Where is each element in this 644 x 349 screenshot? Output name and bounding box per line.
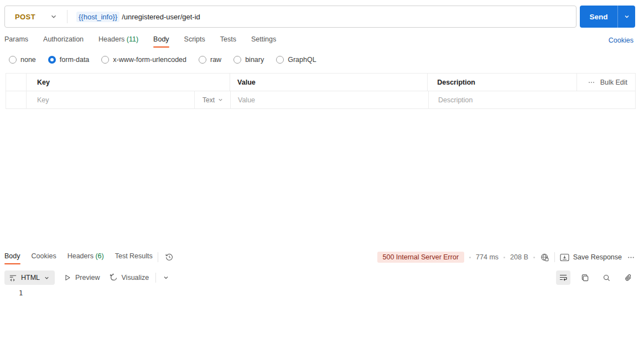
- radio-selected-icon: [48, 56, 56, 64]
- value-input-cell: Value: [230, 91, 428, 108]
- response-time[interactable]: 774 ms: [476, 253, 498, 261]
- radio-icon: [199, 56, 206, 64]
- visualize-button[interactable]: Visualize: [109, 273, 149, 282]
- header-value: Value: [230, 74, 427, 91]
- response-tabs: Body Cookies Headers (6) Test Results: [4, 252, 153, 264]
- response-history-group: [158, 252, 174, 262]
- radio-binary[interactable]: binary: [233, 56, 264, 64]
- table-header-row: Key Value Description Bulk Edit: [6, 74, 635, 91]
- copy-button[interactable]: [578, 270, 592, 285]
- toolbar-chevron-down-icon[interactable]: [163, 274, 169, 281]
- tab-tests[interactable]: Tests: [220, 35, 236, 48]
- response-toolbar: HTML Preview Visualize: [4, 270, 169, 285]
- divider: [67, 10, 67, 23]
- radio-icon: [276, 56, 284, 64]
- description-input-cell: Description: [428, 91, 635, 108]
- row-checkbox-cell[interactable]: [6, 91, 26, 108]
- search-icon: [603, 274, 611, 282]
- dot-separator: [503, 257, 505, 258]
- header-checkbox-cell: [6, 74, 26, 91]
- play-icon: [64, 274, 71, 282]
- response-editor-tools: [556, 270, 635, 285]
- table-row: Key Text Value Description: [6, 91, 635, 108]
- key-input[interactable]: Key: [37, 96, 49, 104]
- request-tabs: Params Authorization Headers (11) Body S…: [4, 35, 276, 48]
- bulk-edit-button[interactable]: Bulk Edit: [577, 74, 635, 91]
- globe-lock-icon[interactable]: [540, 253, 549, 262]
- tab-authorization[interactable]: Authorization: [43, 35, 84, 48]
- radio-none[interactable]: none: [9, 56, 36, 64]
- wrap-text-button[interactable]: [556, 270, 570, 285]
- link-button[interactable]: [621, 270, 635, 285]
- divider: [155, 273, 156, 283]
- response-size[interactable]: 208 B: [510, 253, 528, 261]
- wrap-text-icon: [559, 273, 568, 282]
- save-response-button[interactable]: Save Response: [560, 253, 622, 262]
- chevron-down-icon: [44, 275, 50, 281]
- response-headers-count-badge: (6): [95, 252, 103, 260]
- send-button-group: Send: [580, 6, 635, 28]
- divider: [554, 252, 555, 262]
- preview-button[interactable]: Preview: [64, 274, 100, 282]
- status-badge[interactable]: 500 Internal Server Error: [377, 252, 465, 263]
- header-description: Description: [427, 74, 577, 91]
- description-input[interactable]: Description: [438, 96, 473, 104]
- radio-icon: [233, 56, 241, 64]
- editor-line-number: 1: [19, 289, 23, 297]
- dot-separator: [533, 257, 535, 258]
- environment-variable-chip[interactable]: {{host_info}}: [76, 12, 120, 22]
- value-input[interactable]: Value: [238, 96, 255, 104]
- tab-settings[interactable]: Settings: [251, 35, 276, 48]
- tab-params[interactable]: Params: [4, 35, 28, 48]
- divider: [158, 252, 158, 262]
- copy-icon: [581, 274, 589, 282]
- response-tab-test-results[interactable]: Test Results: [115, 252, 153, 264]
- tab-headers[interactable]: Headers (11): [98, 35, 138, 48]
- form-data-table: Key Value Description Bulk Edit Key Text…: [6, 73, 636, 109]
- search-button[interactable]: [599, 270, 614, 285]
- visualize-wand-icon: [109, 273, 118, 282]
- response-meta: 500 Internal Server Error 774 ms 208 B S…: [377, 252, 636, 263]
- send-button[interactable]: Send: [580, 6, 618, 28]
- radio-graphql[interactable]: GraphQL: [276, 56, 316, 64]
- link-attachment-icon: [624, 274, 632, 282]
- more-dots-icon: [588, 79, 595, 86]
- tab-body[interactable]: Body: [153, 35, 169, 48]
- response-tab-headers[interactable]: Headers (6): [67, 252, 104, 264]
- send-options-chevron-icon[interactable]: [618, 6, 635, 28]
- radio-x-www-form-urlencoded[interactable]: x-www-form-urlencoded: [101, 56, 186, 64]
- chevron-down-icon: [217, 97, 224, 103]
- response-tab-body[interactable]: Body: [4, 252, 20, 264]
- response-tab-cookies[interactable]: Cookies: [32, 252, 56, 264]
- header-key: Key: [26, 74, 230, 91]
- history-icon[interactable]: [165, 253, 174, 262]
- dot-separator: [469, 257, 471, 258]
- response-format-selector[interactable]: HTML: [4, 270, 55, 285]
- radio-form-data[interactable]: form-data: [48, 56, 90, 64]
- response-more-dots-icon[interactable]: [627, 253, 635, 262]
- radio-icon: [101, 56, 109, 64]
- request-url-bar: POST {{host_info}} /unregistered-user/ge…: [4, 6, 577, 28]
- method-selector[interactable]: POST: [15, 13, 35, 21]
- key-input-cell: Key Text: [26, 91, 230, 108]
- tab-scripts[interactable]: Scripts: [184, 35, 205, 48]
- cookies-link[interactable]: Cookies: [609, 37, 633, 44]
- save-response-icon: [560, 253, 569, 262]
- radio-raw[interactable]: raw: [199, 56, 221, 64]
- headers-count-badge: (11): [127, 35, 138, 43]
- body-type-options: none form-data x-www-form-urlencoded raw…: [9, 56, 316, 64]
- url-input[interactable]: {{host_info}} /unregistered-user/get-id: [76, 12, 200, 22]
- code-format-icon: [9, 274, 17, 282]
- chevron-down-icon[interactable]: [50, 13, 58, 20]
- key-type-selector[interactable]: Text: [194, 91, 230, 108]
- url-path-text: /unregistered-user/get-id: [122, 13, 200, 21]
- radio-icon: [9, 56, 17, 64]
